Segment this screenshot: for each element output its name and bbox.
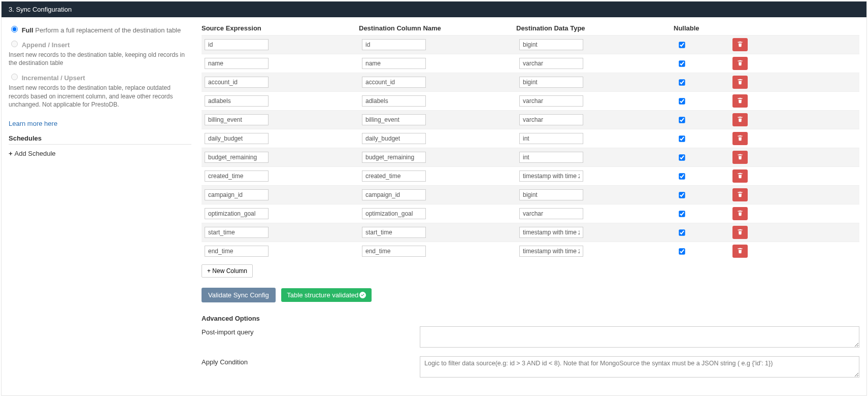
new-column-button[interactable]: + New Column — [202, 264, 253, 278]
dtype-input[interactable] — [519, 227, 583, 238]
nullable-checkbox[interactable] — [679, 229, 685, 235]
mode-incremental[interactable]: Incremental / Upsert — [9, 72, 191, 82]
validate-button[interactable]: Validate Sync Config — [202, 288, 276, 302]
dtype-input[interactable] — [519, 58, 583, 69]
dest-input[interactable] — [362, 246, 426, 257]
delete-row-button[interactable] — [732, 151, 748, 164]
source-input[interactable] — [205, 189, 269, 200]
source-input[interactable] — [205, 246, 269, 257]
dest-input[interactable] — [362, 39, 426, 50]
sync-config-panel: 3. Sync Configuration Full Perform a ful… — [1, 1, 867, 396]
dest-input[interactable] — [362, 58, 426, 69]
mode-incremental-desc: Insert new records to the destination ta… — [9, 84, 191, 109]
table-row — [202, 166, 859, 185]
source-input[interactable] — [205, 133, 269, 144]
table-row — [202, 54, 859, 73]
header-dtype: Destination Data Type — [516, 24, 674, 32]
dest-input[interactable] — [362, 170, 426, 182]
nullable-checkbox[interactable] — [679, 135, 685, 142]
dtype-input[interactable] — [519, 246, 583, 257]
schedules-heading: Schedules — [9, 134, 191, 142]
nullable-checkbox[interactable] — [679, 79, 685, 85]
dtype-input[interactable] — [519, 39, 583, 50]
nullable-checkbox[interactable] — [679, 154, 685, 160]
post-import-label: Post-import query — [202, 326, 420, 349]
dtype-input[interactable] — [519, 77, 583, 88]
add-schedule-button[interactable]: +Add Schedule — [9, 150, 56, 157]
trash-icon — [737, 154, 743, 161]
delete-row-button[interactable] — [732, 188, 748, 201]
nullable-checkbox[interactable] — [679, 248, 685, 254]
dest-input[interactable] — [362, 152, 426, 163]
nullable-checkbox[interactable] — [679, 173, 685, 179]
source-input[interactable] — [205, 77, 269, 88]
dtype-input[interactable] — [519, 133, 583, 144]
divider — [9, 144, 191, 145]
nullable-checkbox[interactable] — [679, 60, 685, 66]
mode-full-radio[interactable] — [11, 26, 18, 32]
trash-icon — [737, 248, 743, 255]
table-row — [202, 35, 859, 54]
delete-row-button[interactable] — [732, 94, 748, 108]
table-row — [202, 185, 859, 204]
dtype-input[interactable] — [519, 170, 583, 182]
mode-append-radio[interactable] — [11, 41, 18, 47]
table-row — [202, 110, 859, 129]
dest-input[interactable] — [362, 114, 426, 125]
mode-full-desc: Perform a full replacement of the destin… — [35, 26, 181, 34]
dtype-input[interactable] — [519, 95, 583, 107]
source-input[interactable] — [205, 114, 269, 125]
nullable-checkbox[interactable] — [679, 42, 685, 48]
delete-row-button[interactable] — [732, 38, 748, 51]
right-column: Source Expression Destination Column Nam… — [202, 24, 859, 386]
source-input[interactable] — [205, 152, 269, 163]
mode-incremental-label: Incremental / Upsert — [22, 74, 85, 82]
advanced-heading: Advanced Options — [202, 315, 859, 322]
table-row — [202, 129, 859, 148]
source-input[interactable] — [205, 208, 269, 219]
delete-row-button[interactable] — [732, 207, 748, 220]
dtype-input[interactable] — [519, 152, 583, 163]
rows-container — [202, 35, 859, 260]
table-row — [202, 242, 859, 260]
source-input[interactable] — [205, 170, 269, 182]
nullable-checkbox[interactable] — [679, 211, 685, 217]
delete-row-button[interactable] — [732, 76, 748, 89]
mode-append[interactable]: Append / Insert — [9, 39, 191, 49]
dest-input[interactable] — [362, 208, 426, 219]
dest-input[interactable] — [362, 189, 426, 200]
source-input[interactable] — [205, 39, 269, 50]
dest-input[interactable] — [362, 95, 426, 107]
dtype-input[interactable] — [519, 208, 583, 219]
delete-row-button[interactable] — [732, 57, 748, 70]
table-row — [202, 148, 859, 166]
nullable-checkbox[interactable] — [679, 192, 685, 198]
dtype-input[interactable] — [519, 189, 583, 200]
dest-input[interactable] — [362, 133, 426, 144]
nullable-checkbox[interactable] — [679, 117, 685, 123]
apply-condition-input[interactable] — [420, 356, 859, 378]
post-import-input[interactable] — [420, 326, 859, 348]
delete-row-button[interactable] — [732, 132, 748, 145]
delete-row-button[interactable] — [732, 113, 748, 126]
mode-full[interactable]: Full Perform a full replacement of the d… — [9, 24, 191, 34]
delete-row-button[interactable] — [732, 226, 748, 239]
trash-icon — [737, 135, 743, 143]
panel-header: 3. Sync Configuration — [2, 2, 866, 17]
nullable-checkbox[interactable] — [679, 98, 685, 104]
source-input[interactable] — [205, 58, 269, 69]
dest-input[interactable] — [362, 227, 426, 238]
mode-incremental-radio[interactable] — [11, 74, 18, 80]
source-input[interactable] — [205, 95, 269, 107]
learn-more-link[interactable]: Learn more here — [9, 120, 57, 127]
dtype-input[interactable] — [519, 114, 583, 125]
trash-icon — [737, 41, 743, 49]
plus-icon: + — [9, 150, 13, 157]
delete-row-button[interactable] — [732, 245, 748, 258]
left-column: Full Perform a full replacement of the d… — [9, 24, 202, 386]
mode-append-desc: Insert new records to the destination ta… — [9, 51, 191, 67]
source-input[interactable] — [205, 227, 269, 238]
column-headers: Source Expression Destination Column Nam… — [202, 24, 859, 35]
delete-row-button[interactable] — [732, 169, 748, 183]
dest-input[interactable] — [362, 77, 426, 88]
